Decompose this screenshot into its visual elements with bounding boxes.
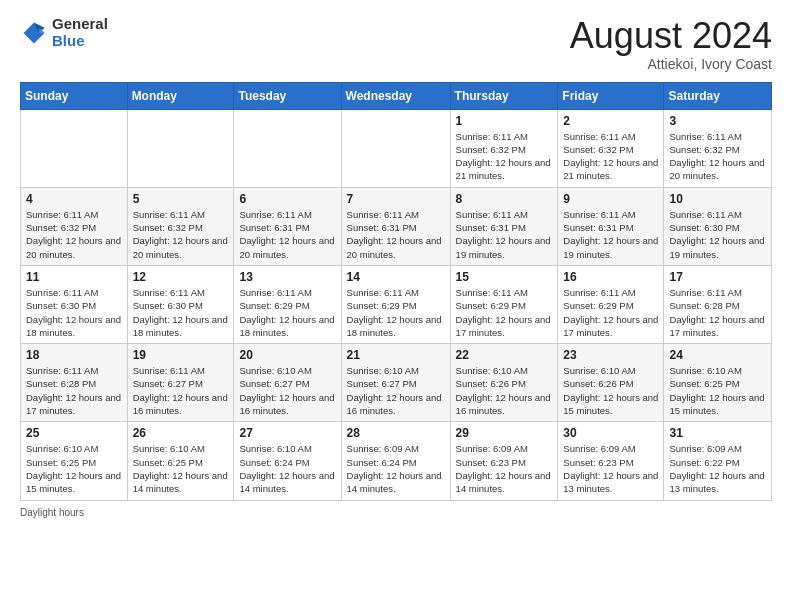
calendar-week-row: 25Sunrise: 6:10 AM Sunset: 6:25 PM Dayli… — [21, 422, 772, 500]
title-block: August 2024 Attiekoi, Ivory Coast — [570, 16, 772, 72]
day-info: Sunrise: 6:09 AM Sunset: 6:22 PM Dayligh… — [669, 442, 766, 495]
day-number: 5 — [133, 192, 229, 206]
calendar-header-tuesday: Tuesday — [234, 82, 341, 109]
day-number: 14 — [347, 270, 445, 284]
calendar-cell: 23Sunrise: 6:10 AM Sunset: 6:26 PM Dayli… — [558, 344, 664, 422]
calendar-cell: 22Sunrise: 6:10 AM Sunset: 6:26 PM Dayli… — [450, 344, 558, 422]
day-info: Sunrise: 6:11 AM Sunset: 6:31 PM Dayligh… — [239, 208, 335, 261]
footer: Daylight hours — [20, 507, 772, 518]
calendar-week-row: 11Sunrise: 6:11 AM Sunset: 6:30 PM Dayli… — [21, 265, 772, 343]
day-info: Sunrise: 6:10 AM Sunset: 6:26 PM Dayligh… — [456, 364, 553, 417]
day-info: Sunrise: 6:11 AM Sunset: 6:28 PM Dayligh… — [26, 364, 122, 417]
calendar-week-row: 1Sunrise: 6:11 AM Sunset: 6:32 PM Daylig… — [21, 109, 772, 187]
calendar-header-row: SundayMondayTuesdayWednesdayThursdayFrid… — [21, 82, 772, 109]
calendar-cell: 27Sunrise: 6:10 AM Sunset: 6:24 PM Dayli… — [234, 422, 341, 500]
day-info: Sunrise: 6:11 AM Sunset: 6:32 PM Dayligh… — [26, 208, 122, 261]
logo-text: General Blue — [52, 16, 108, 49]
location: Attiekoi, Ivory Coast — [570, 56, 772, 72]
calendar-cell: 11Sunrise: 6:11 AM Sunset: 6:30 PM Dayli… — [21, 265, 128, 343]
day-info: Sunrise: 6:11 AM Sunset: 6:29 PM Dayligh… — [347, 286, 445, 339]
day-number: 8 — [456, 192, 553, 206]
day-info: Sunrise: 6:11 AM Sunset: 6:31 PM Dayligh… — [456, 208, 553, 261]
calendar-cell: 28Sunrise: 6:09 AM Sunset: 6:24 PM Dayli… — [341, 422, 450, 500]
day-info: Sunrise: 6:09 AM Sunset: 6:23 PM Dayligh… — [456, 442, 553, 495]
calendar-cell: 4Sunrise: 6:11 AM Sunset: 6:32 PM Daylig… — [21, 187, 128, 265]
calendar-cell: 21Sunrise: 6:10 AM Sunset: 6:27 PM Dayli… — [341, 344, 450, 422]
calendar-cell — [341, 109, 450, 187]
calendar-cell: 3Sunrise: 6:11 AM Sunset: 6:32 PM Daylig… — [664, 109, 772, 187]
logo-general-label: General — [52, 16, 108, 33]
day-info: Sunrise: 6:10 AM Sunset: 6:27 PM Dayligh… — [239, 364, 335, 417]
day-number: 27 — [239, 426, 335, 440]
calendar-cell: 29Sunrise: 6:09 AM Sunset: 6:23 PM Dayli… — [450, 422, 558, 500]
day-number: 18 — [26, 348, 122, 362]
day-number: 2 — [563, 114, 658, 128]
day-number: 25 — [26, 426, 122, 440]
day-info: Sunrise: 6:11 AM Sunset: 6:27 PM Dayligh… — [133, 364, 229, 417]
calendar-cell: 8Sunrise: 6:11 AM Sunset: 6:31 PM Daylig… — [450, 187, 558, 265]
calendar-cell: 10Sunrise: 6:11 AM Sunset: 6:30 PM Dayli… — [664, 187, 772, 265]
calendar-header-saturday: Saturday — [664, 82, 772, 109]
day-info: Sunrise: 6:09 AM Sunset: 6:24 PM Dayligh… — [347, 442, 445, 495]
day-info: Sunrise: 6:11 AM Sunset: 6:32 PM Dayligh… — [456, 130, 553, 183]
calendar-header-monday: Monday — [127, 82, 234, 109]
month-year: August 2024 — [570, 16, 772, 56]
calendar-cell: 16Sunrise: 6:11 AM Sunset: 6:29 PM Dayli… — [558, 265, 664, 343]
day-info: Sunrise: 6:11 AM Sunset: 6:29 PM Dayligh… — [239, 286, 335, 339]
calendar-cell: 26Sunrise: 6:10 AM Sunset: 6:25 PM Dayli… — [127, 422, 234, 500]
day-info: Sunrise: 6:11 AM Sunset: 6:29 PM Dayligh… — [563, 286, 658, 339]
calendar-cell — [21, 109, 128, 187]
calendar-cell: 19Sunrise: 6:11 AM Sunset: 6:27 PM Dayli… — [127, 344, 234, 422]
calendar-cell: 31Sunrise: 6:09 AM Sunset: 6:22 PM Dayli… — [664, 422, 772, 500]
day-info: Sunrise: 6:11 AM Sunset: 6:32 PM Dayligh… — [669, 130, 766, 183]
day-number: 23 — [563, 348, 658, 362]
calendar-cell: 25Sunrise: 6:10 AM Sunset: 6:25 PM Dayli… — [21, 422, 128, 500]
calendar-cell: 2Sunrise: 6:11 AM Sunset: 6:32 PM Daylig… — [558, 109, 664, 187]
calendar-table: SundayMondayTuesdayWednesdayThursdayFrid… — [20, 82, 772, 501]
day-info: Sunrise: 6:11 AM Sunset: 6:32 PM Dayligh… — [133, 208, 229, 261]
day-number: 30 — [563, 426, 658, 440]
logo: General Blue — [20, 16, 108, 49]
day-number: 9 — [563, 192, 658, 206]
day-info: Sunrise: 6:11 AM Sunset: 6:30 PM Dayligh… — [133, 286, 229, 339]
day-info: Sunrise: 6:11 AM Sunset: 6:30 PM Dayligh… — [669, 208, 766, 261]
day-info: Sunrise: 6:11 AM Sunset: 6:32 PM Dayligh… — [563, 130, 658, 183]
calendar-cell — [234, 109, 341, 187]
day-info: Sunrise: 6:11 AM Sunset: 6:29 PM Dayligh… — [456, 286, 553, 339]
day-number: 13 — [239, 270, 335, 284]
calendar-cell: 5Sunrise: 6:11 AM Sunset: 6:32 PM Daylig… — [127, 187, 234, 265]
day-info: Sunrise: 6:11 AM Sunset: 6:28 PM Dayligh… — [669, 286, 766, 339]
day-number: 6 — [239, 192, 335, 206]
logo-icon — [20, 19, 48, 47]
calendar-header-friday: Friday — [558, 82, 664, 109]
calendar-cell: 24Sunrise: 6:10 AM Sunset: 6:25 PM Dayli… — [664, 344, 772, 422]
calendar-cell: 6Sunrise: 6:11 AM Sunset: 6:31 PM Daylig… — [234, 187, 341, 265]
calendar-cell: 30Sunrise: 6:09 AM Sunset: 6:23 PM Dayli… — [558, 422, 664, 500]
day-number: 21 — [347, 348, 445, 362]
day-number: 7 — [347, 192, 445, 206]
calendar-cell: 18Sunrise: 6:11 AM Sunset: 6:28 PM Dayli… — [21, 344, 128, 422]
day-number: 24 — [669, 348, 766, 362]
day-number: 22 — [456, 348, 553, 362]
day-number: 28 — [347, 426, 445, 440]
calendar-cell: 1Sunrise: 6:11 AM Sunset: 6:32 PM Daylig… — [450, 109, 558, 187]
calendar-cell: 13Sunrise: 6:11 AM Sunset: 6:29 PM Dayli… — [234, 265, 341, 343]
day-info: Sunrise: 6:10 AM Sunset: 6:26 PM Dayligh… — [563, 364, 658, 417]
day-info: Sunrise: 6:11 AM Sunset: 6:31 PM Dayligh… — [347, 208, 445, 261]
calendar-cell: 17Sunrise: 6:11 AM Sunset: 6:28 PM Dayli… — [664, 265, 772, 343]
calendar-week-row: 18Sunrise: 6:11 AM Sunset: 6:28 PM Dayli… — [21, 344, 772, 422]
day-number: 3 — [669, 114, 766, 128]
calendar-cell: 15Sunrise: 6:11 AM Sunset: 6:29 PM Dayli… — [450, 265, 558, 343]
calendar-header-wednesday: Wednesday — [341, 82, 450, 109]
calendar-cell: 9Sunrise: 6:11 AM Sunset: 6:31 PM Daylig… — [558, 187, 664, 265]
day-info: Sunrise: 6:10 AM Sunset: 6:25 PM Dayligh… — [26, 442, 122, 495]
header: General Blue August 2024 Attiekoi, Ivory… — [20, 16, 772, 72]
day-info: Sunrise: 6:10 AM Sunset: 6:25 PM Dayligh… — [133, 442, 229, 495]
day-number: 26 — [133, 426, 229, 440]
day-number: 4 — [26, 192, 122, 206]
day-info: Sunrise: 6:11 AM Sunset: 6:30 PM Dayligh… — [26, 286, 122, 339]
day-number: 31 — [669, 426, 766, 440]
day-number: 1 — [456, 114, 553, 128]
logo-blue-label: Blue — [52, 33, 108, 50]
calendar-cell — [127, 109, 234, 187]
